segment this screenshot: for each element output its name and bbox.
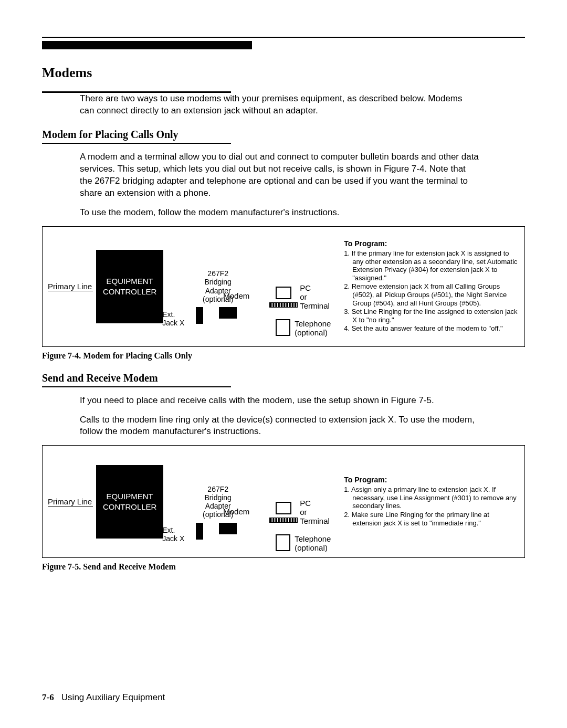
subsection-1-underline (42, 143, 231, 144)
subsection-title-1: Modem for Placing Calls Only (42, 129, 525, 141)
page-footer: 7-6 Using Auxiliary Equipment (42, 692, 165, 703)
program1-item-4: 4. Set the auto answer feature of the mo… (344, 324, 519, 333)
modem-label-2: Modem (223, 507, 249, 516)
program-heading-2: To Program: (344, 476, 519, 484)
primary-line-label-2: Primary Line (48, 497, 93, 507)
intro-paragraph: There are two ways to use modems with yo… (80, 93, 479, 117)
pc-terminal-label: PC or Terminal (300, 283, 330, 311)
bridging-adapter-label: 267F2 Bridging Adapter (optional) (171, 269, 265, 303)
program-block-1: To Program: 1. If the primary line for e… (339, 239, 519, 333)
figure-7-5-diagram: Primary Line EQUIPMENT CONTROLLER 267F2 … (48, 465, 339, 539)
top-horizontal-rule (42, 37, 525, 38)
sub1-paragraph-2: To use the modem, follow the modem manuf… (80, 207, 479, 219)
program1-item-3: 3. Set Line Ringing for the line assigne… (344, 308, 519, 324)
program-block-2: To Program: 1. Assign only a primary lin… (339, 476, 519, 527)
figure-7-4-box: Primary Line EQUIPMENT CONTROLLER 267F2 … (42, 226, 525, 347)
footer-section-title: Using Auxiliary Equipment (61, 692, 165, 702)
figure-7-4-caption: Figure 7-4. Modem for Placing Calls Only (42, 351, 525, 361)
section-title: Modems (42, 65, 525, 82)
keyboard-icon (269, 302, 298, 308)
program1-item-1: 1. If the primary line for extension jac… (344, 249, 519, 282)
ext-jack-label-2: Ext. Jack X (162, 526, 184, 543)
bridging-adapter-icon-2 (196, 523, 203, 540)
sub2-paragraph-2: Calls to the modem line ring only at the… (80, 414, 479, 438)
figure-7-5-caption: Figure 7-5. Send and Receive Modem (42, 562, 525, 572)
modem-icon (219, 307, 237, 319)
header-thick-bar (42, 41, 252, 49)
telephone-icon (276, 319, 290, 336)
subsection-2-underline (42, 386, 231, 387)
telephone-label-2: Telephone (optional) (295, 534, 331, 553)
telephone-icon-2 (276, 534, 290, 551)
program2-item-1: 1. Assign only a primary line to extensi… (344, 486, 519, 510)
primary-line-label: Primary Line (48, 282, 93, 291)
equipment-controller-block: EQUIPMENT CONTROLLER (96, 250, 163, 323)
telephone-label: Telephone (optional) (295, 319, 331, 337)
keyboard-icon-2 (269, 518, 298, 523)
equipment-controller-block-2: EQUIPMENT CONTROLLER (96, 465, 163, 539)
pc-terminal-icon (276, 287, 291, 299)
modem-icon-2 (219, 523, 237, 534)
bridging-adapter-icon (196, 307, 203, 324)
figure-7-4-diagram: Primary Line EQUIPMENT CONTROLLER 267F2 … (48, 250, 339, 323)
subsection-title-2: Send and Receive Modem (42, 372, 525, 384)
program1-item-2: 2. Remove extension jack X from all Call… (344, 282, 519, 307)
ext-jack-label: Ext. Jack X (162, 310, 184, 327)
pc-terminal-label-2: PC or Terminal (300, 499, 330, 526)
figure-7-5-box: Primary Line EQUIPMENT CONTROLLER 267F2 … (42, 445, 525, 558)
bridging-adapter-label-2: 267F2 Bridging Adapter (optional) (171, 485, 265, 519)
pc-terminal-icon-2 (276, 502, 291, 514)
program2-item-2: 2. Make sure Line Ringing for the primar… (344, 511, 519, 527)
modem-label: Modem (223, 291, 249, 300)
page-number: 7-6 (42, 692, 54, 702)
sub1-paragraph-1: A modem and a terminal allow you to dial… (80, 151, 479, 199)
sub2-paragraph-1: If you need to place and receive calls w… (80, 395, 479, 407)
program-heading-1: To Program: (344, 239, 519, 248)
